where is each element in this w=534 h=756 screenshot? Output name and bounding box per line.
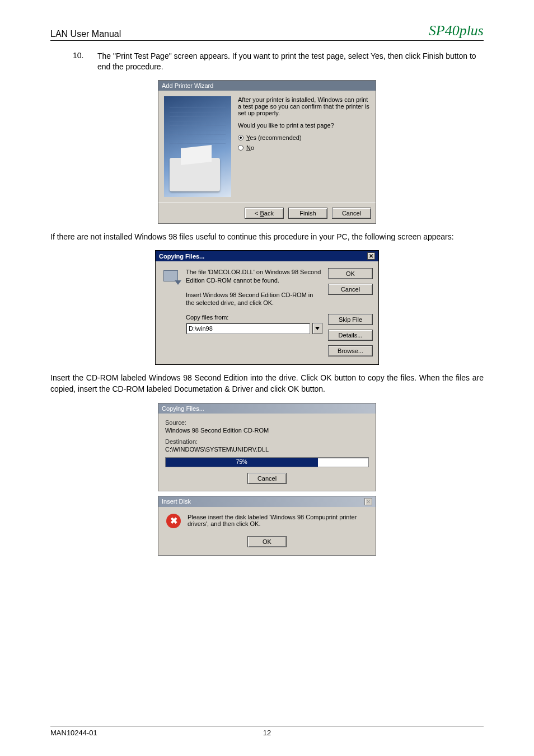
radio-no-label: No [246,144,254,151]
destination-label: Destination: [165,438,369,445]
details-button[interactable]: Details... [328,330,373,341]
back-button[interactable]: < Back [245,208,284,219]
progress-bar: 75% [165,457,369,467]
missing-file-message: The file 'DMCOLOR.DLL' on Windows 98 Sec… [186,268,322,284]
wizard-side-image [164,96,231,197]
ok-button[interactable]: OK [328,268,373,279]
radio-yes-label: Yes (recommended) [246,134,302,141]
cancel-button[interactable]: Cancel [332,208,371,219]
brand-logo: SP40plus [429,22,484,39]
ok-button[interactable]: OK [247,536,287,547]
dropdown-button[interactable] [312,323,322,334]
paragraph-insert-cd: Insert the CD-ROM labeled Windows 98 Sec… [50,373,484,395]
cancel-button[interactable]: Cancel [247,473,287,484]
progress-percent: 75% [236,459,247,465]
page-footer: MAN10244-01 12 [50,726,484,737]
step-number: 10. [73,51,88,72]
close-icon: ✕ [364,498,372,505]
cancel-button[interactable]: Cancel [328,284,373,295]
step-text: The "Print Test Page" screen appears. If… [97,51,484,72]
browse-button[interactable]: Browse... [328,345,373,356]
doc-id: MAN10244-01 [50,729,97,737]
radio-dot-icon [238,145,243,151]
source-value: Windows 98 Second Edition CD-ROM [165,427,369,434]
radio-yes[interactable]: Yes (recommended) [238,134,370,141]
insert-disk-dialog: Insert Disk ✕ ✖ Please insert the disk l… [158,496,376,556]
insert-cd-message: Insert Windows 98 Second Edition CD-ROM … [186,291,322,307]
progress-fill: 75% [166,458,318,467]
destination-value: C:\WINDOWS\SYSTEM\UNIDRV.DLL [165,446,369,453]
copy-progress-title: Copying Files... [158,403,376,414]
wizard-titlebar: Add Printer Wizard [158,81,376,91]
finish-button[interactable]: Finish [288,208,327,219]
copy-progress-dialog: Copying Files... Source: Windows 98 Seco… [158,403,376,491]
add-printer-wizard-window: Add Printer Wizard After your printer is… [158,80,376,224]
wizard-intro-text: After your printer is installed, Windows… [238,96,370,116]
close-icon[interactable]: ✕ [367,252,375,260]
insert-disk-title: Insert Disk [162,498,191,505]
source-label: Source: [165,419,369,426]
page-number: 12 [263,729,271,737]
insert-disk-message: Please insert the disk labeled 'Windows … [188,514,368,527]
chevron-down-icon [315,327,320,330]
skip-file-button[interactable]: Skip File [328,314,373,325]
copying-files-dialog: Copying Files... ✕ The file 'DMCOLOR.DLL… [155,250,379,365]
printer-icon [170,158,220,191]
radio-dot-icon [238,135,243,140]
disk-insert-icon [161,269,180,284]
wizard-question-text: Would you like to print a test page? [238,122,370,129]
manual-title: LAN User Manual [50,29,121,39]
copy-from-input[interactable] [186,323,310,334]
error-icon: ✖ [166,514,181,528]
radio-no[interactable]: No [238,144,370,151]
paragraph-missing-files: If there are not installed Windows 98 fi… [50,232,484,243]
copying-files-title: Copying Files... [159,253,204,260]
step-10: 10. The "Print Test Page" screen appears… [50,51,484,72]
copy-from-label: Copy files from: [186,314,322,321]
